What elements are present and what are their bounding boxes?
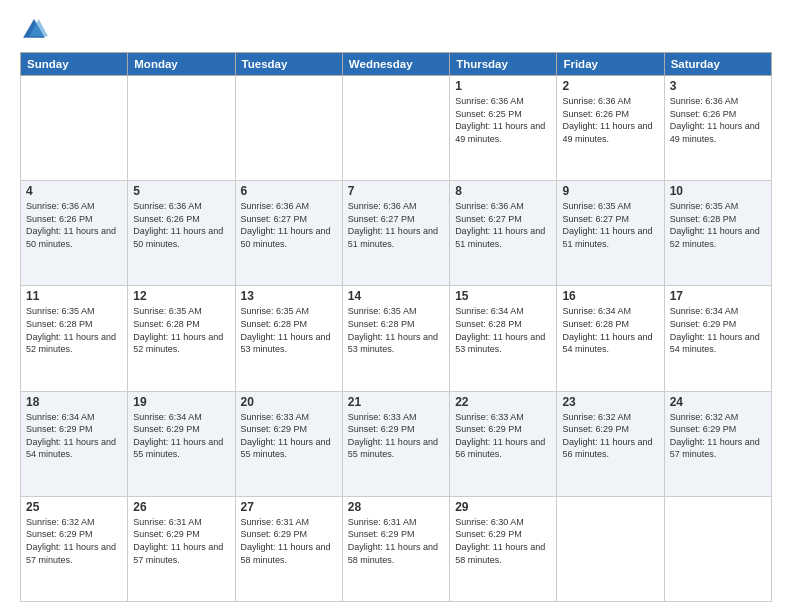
- cell-info: Sunrise: 6:36 AM Sunset: 6:26 PM Dayligh…: [133, 200, 229, 250]
- cell-info: Sunrise: 6:35 AM Sunset: 6:28 PM Dayligh…: [241, 305, 337, 355]
- cell-info: Sunrise: 6:33 AM Sunset: 6:29 PM Dayligh…: [241, 411, 337, 461]
- cell-info: Sunrise: 6:35 AM Sunset: 6:28 PM Dayligh…: [26, 305, 122, 355]
- calendar-cell: 6Sunrise: 6:36 AM Sunset: 6:27 PM Daylig…: [235, 181, 342, 286]
- calendar-cell: 1Sunrise: 6:36 AM Sunset: 6:25 PM Daylig…: [450, 76, 557, 181]
- cell-info: Sunrise: 6:34 AM Sunset: 6:28 PM Dayligh…: [455, 305, 551, 355]
- cell-info: Sunrise: 6:35 AM Sunset: 6:28 PM Dayligh…: [670, 200, 766, 250]
- day-number: 6: [241, 184, 337, 198]
- cell-info: Sunrise: 6:33 AM Sunset: 6:29 PM Dayligh…: [455, 411, 551, 461]
- calendar-table: SundayMondayTuesdayWednesdayThursdayFrid…: [20, 52, 772, 602]
- calendar-cell: [128, 76, 235, 181]
- calendar-cell: [557, 496, 664, 601]
- day-number: 29: [455, 500, 551, 514]
- day-number: 4: [26, 184, 122, 198]
- day-number: 18: [26, 395, 122, 409]
- calendar-cell: 20Sunrise: 6:33 AM Sunset: 6:29 PM Dayli…: [235, 391, 342, 496]
- calendar-cell: 23Sunrise: 6:32 AM Sunset: 6:29 PM Dayli…: [557, 391, 664, 496]
- calendar-cell: 16Sunrise: 6:34 AM Sunset: 6:28 PM Dayli…: [557, 286, 664, 391]
- day-number: 16: [562, 289, 658, 303]
- calendar-cell: 13Sunrise: 6:35 AM Sunset: 6:28 PM Dayli…: [235, 286, 342, 391]
- cell-info: Sunrise: 6:31 AM Sunset: 6:29 PM Dayligh…: [348, 516, 444, 566]
- weekday-header-row: SundayMondayTuesdayWednesdayThursdayFrid…: [21, 53, 772, 76]
- calendar-cell: [664, 496, 771, 601]
- calendar-cell: [342, 76, 449, 181]
- week-row-3: 11Sunrise: 6:35 AM Sunset: 6:28 PM Dayli…: [21, 286, 772, 391]
- day-number: 5: [133, 184, 229, 198]
- calendar-cell: 3Sunrise: 6:36 AM Sunset: 6:26 PM Daylig…: [664, 76, 771, 181]
- calendar-cell: 24Sunrise: 6:32 AM Sunset: 6:29 PM Dayli…: [664, 391, 771, 496]
- calendar-cell: 27Sunrise: 6:31 AM Sunset: 6:29 PM Dayli…: [235, 496, 342, 601]
- calendar-cell: 21Sunrise: 6:33 AM Sunset: 6:29 PM Dayli…: [342, 391, 449, 496]
- day-number: 22: [455, 395, 551, 409]
- day-number: 3: [670, 79, 766, 93]
- calendar-cell: 18Sunrise: 6:34 AM Sunset: 6:29 PM Dayli…: [21, 391, 128, 496]
- day-number: 15: [455, 289, 551, 303]
- day-number: 2: [562, 79, 658, 93]
- page: SundayMondayTuesdayWednesdayThursdayFrid…: [0, 0, 792, 612]
- calendar-cell: 26Sunrise: 6:31 AM Sunset: 6:29 PM Dayli…: [128, 496, 235, 601]
- day-number: 25: [26, 500, 122, 514]
- day-number: 23: [562, 395, 658, 409]
- weekday-header-wednesday: Wednesday: [342, 53, 449, 76]
- day-number: 7: [348, 184, 444, 198]
- weekday-header-tuesday: Tuesday: [235, 53, 342, 76]
- day-number: 20: [241, 395, 337, 409]
- day-number: 21: [348, 395, 444, 409]
- calendar-cell: 4Sunrise: 6:36 AM Sunset: 6:26 PM Daylig…: [21, 181, 128, 286]
- day-number: 8: [455, 184, 551, 198]
- day-number: 24: [670, 395, 766, 409]
- logo: [20, 16, 52, 44]
- day-number: 9: [562, 184, 658, 198]
- calendar-cell: [235, 76, 342, 181]
- cell-info: Sunrise: 6:36 AM Sunset: 6:26 PM Dayligh…: [26, 200, 122, 250]
- weekday-header-friday: Friday: [557, 53, 664, 76]
- cell-info: Sunrise: 6:31 AM Sunset: 6:29 PM Dayligh…: [241, 516, 337, 566]
- calendar-cell: 8Sunrise: 6:36 AM Sunset: 6:27 PM Daylig…: [450, 181, 557, 286]
- calendar-cell: 28Sunrise: 6:31 AM Sunset: 6:29 PM Dayli…: [342, 496, 449, 601]
- cell-info: Sunrise: 6:36 AM Sunset: 6:27 PM Dayligh…: [348, 200, 444, 250]
- day-number: 10: [670, 184, 766, 198]
- cell-info: Sunrise: 6:36 AM Sunset: 6:25 PM Dayligh…: [455, 95, 551, 145]
- calendar-cell: 25Sunrise: 6:32 AM Sunset: 6:29 PM Dayli…: [21, 496, 128, 601]
- calendar-cell: 22Sunrise: 6:33 AM Sunset: 6:29 PM Dayli…: [450, 391, 557, 496]
- cell-info: Sunrise: 6:36 AM Sunset: 6:27 PM Dayligh…: [241, 200, 337, 250]
- weekday-header-saturday: Saturday: [664, 53, 771, 76]
- weekday-header-sunday: Sunday: [21, 53, 128, 76]
- cell-info: Sunrise: 6:36 AM Sunset: 6:26 PM Dayligh…: [670, 95, 766, 145]
- cell-info: Sunrise: 6:34 AM Sunset: 6:29 PM Dayligh…: [26, 411, 122, 461]
- day-number: 26: [133, 500, 229, 514]
- cell-info: Sunrise: 6:35 AM Sunset: 6:28 PM Dayligh…: [348, 305, 444, 355]
- weekday-header-thursday: Thursday: [450, 53, 557, 76]
- cell-info: Sunrise: 6:36 AM Sunset: 6:26 PM Dayligh…: [562, 95, 658, 145]
- cell-info: Sunrise: 6:33 AM Sunset: 6:29 PM Dayligh…: [348, 411, 444, 461]
- calendar-cell: 5Sunrise: 6:36 AM Sunset: 6:26 PM Daylig…: [128, 181, 235, 286]
- cell-info: Sunrise: 6:34 AM Sunset: 6:29 PM Dayligh…: [670, 305, 766, 355]
- cell-info: Sunrise: 6:32 AM Sunset: 6:29 PM Dayligh…: [562, 411, 658, 461]
- calendar-cell: 7Sunrise: 6:36 AM Sunset: 6:27 PM Daylig…: [342, 181, 449, 286]
- cell-info: Sunrise: 6:34 AM Sunset: 6:29 PM Dayligh…: [133, 411, 229, 461]
- cell-info: Sunrise: 6:31 AM Sunset: 6:29 PM Dayligh…: [133, 516, 229, 566]
- cell-info: Sunrise: 6:32 AM Sunset: 6:29 PM Dayligh…: [670, 411, 766, 461]
- calendar-cell: 2Sunrise: 6:36 AM Sunset: 6:26 PM Daylig…: [557, 76, 664, 181]
- calendar-cell: 11Sunrise: 6:35 AM Sunset: 6:28 PM Dayli…: [21, 286, 128, 391]
- cell-info: Sunrise: 6:34 AM Sunset: 6:28 PM Dayligh…: [562, 305, 658, 355]
- day-number: 11: [26, 289, 122, 303]
- cell-info: Sunrise: 6:36 AM Sunset: 6:27 PM Dayligh…: [455, 200, 551, 250]
- day-number: 28: [348, 500, 444, 514]
- day-number: 14: [348, 289, 444, 303]
- day-number: 27: [241, 500, 337, 514]
- week-row-5: 25Sunrise: 6:32 AM Sunset: 6:29 PM Dayli…: [21, 496, 772, 601]
- calendar-cell: 19Sunrise: 6:34 AM Sunset: 6:29 PM Dayli…: [128, 391, 235, 496]
- cell-info: Sunrise: 6:35 AM Sunset: 6:28 PM Dayligh…: [133, 305, 229, 355]
- day-number: 13: [241, 289, 337, 303]
- calendar-cell: 9Sunrise: 6:35 AM Sunset: 6:27 PM Daylig…: [557, 181, 664, 286]
- header: [20, 16, 772, 44]
- calendar-cell: 15Sunrise: 6:34 AM Sunset: 6:28 PM Dayli…: [450, 286, 557, 391]
- cell-info: Sunrise: 6:30 AM Sunset: 6:29 PM Dayligh…: [455, 516, 551, 566]
- calendar-cell: 12Sunrise: 6:35 AM Sunset: 6:28 PM Dayli…: [128, 286, 235, 391]
- calendar-cell: 14Sunrise: 6:35 AM Sunset: 6:28 PM Dayli…: [342, 286, 449, 391]
- calendar-cell: 17Sunrise: 6:34 AM Sunset: 6:29 PM Dayli…: [664, 286, 771, 391]
- day-number: 19: [133, 395, 229, 409]
- calendar-cell: 29Sunrise: 6:30 AM Sunset: 6:29 PM Dayli…: [450, 496, 557, 601]
- logo-icon: [20, 16, 48, 44]
